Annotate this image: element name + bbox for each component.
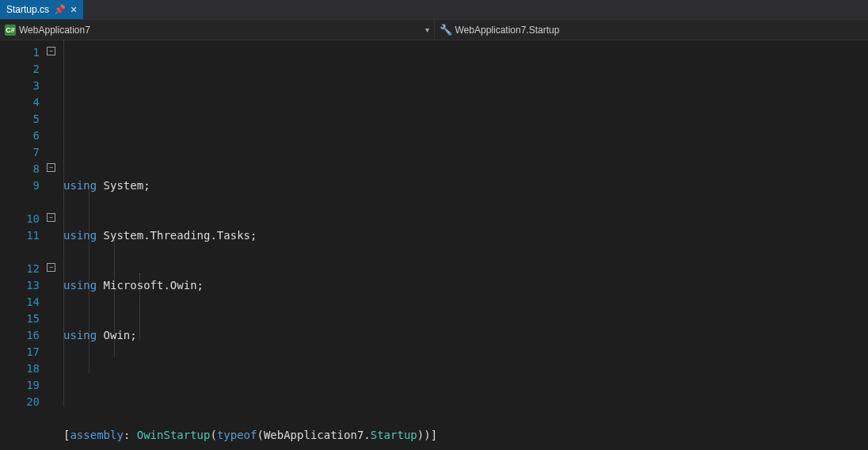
code-line: using System.Threading.Tasks;: [62, 227, 868, 244]
fold-toggle[interactable]: −: [47, 263, 55, 272]
nav-member-dropdown[interactable]: 🔧 WebApplication7.Startup: [435, 20, 869, 40]
code-line: using Microsoft.Owin;: [62, 277, 868, 294]
tab-bar: Startup.cs 📌 ×: [0, 0, 868, 19]
tab-startup-cs[interactable]: Startup.cs 📌 ×: [0, 0, 83, 19]
code-line: [assembly: OwinStartup(typeof(WebApplica…: [62, 427, 868, 444]
code-line: [62, 377, 868, 394]
code-editor[interactable]: 1− 2 3 4 5 6 7 8− 9 10− 11 12− 13 14 15 …: [0, 40, 868, 450]
nav-member-text: WebApplication7.Startup: [455, 25, 560, 36]
close-icon[interactable]: ×: [70, 3, 77, 16]
code-line: using System;: [62, 177, 868, 194]
nav-scope-text: WebApplication7: [19, 25, 90, 36]
fold-toggle[interactable]: −: [47, 213, 55, 222]
pin-icon[interactable]: 📌: [54, 4, 66, 15]
nav-scope-dropdown[interactable]: C# WebApplication7 ▾: [0, 20, 435, 40]
fold-toggle[interactable]: −: [47, 163, 55, 172]
tab-title: Startup.cs: [6, 4, 49, 15]
fold-toggle[interactable]: −: [47, 47, 55, 55]
code-line: using Owin;: [62, 327, 868, 344]
navigation-bar: C# WebApplication7 ▾ 🔧 WebApplication7.S…: [0, 19, 868, 40]
csharp-icon: C#: [5, 25, 16, 36]
class-icon: 🔧: [440, 24, 452, 36]
line-number-gutter: 1− 2 3 4 5 6 7 8− 9 10− 11 12− 13 14 15 …: [0, 40, 62, 450]
chevron-down-icon: ▾: [425, 25, 429, 34]
code-area[interactable]: using System; using System.Threading.Tas…: [62, 40, 868, 450]
